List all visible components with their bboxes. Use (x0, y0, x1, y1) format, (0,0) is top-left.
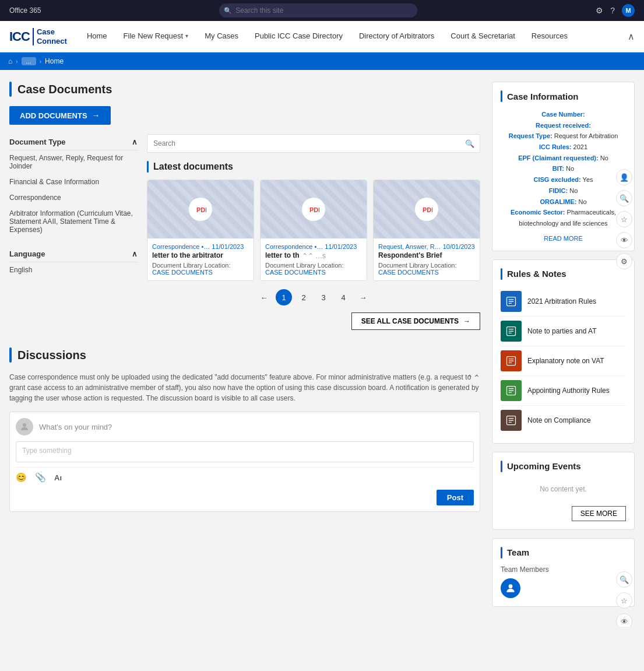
no-events-label: No content yet. (501, 479, 626, 499)
doc-card-loc: Document Library Location:CASE DOCUMENTS (152, 262, 249, 276)
language-filter-header[interactable]: Language ∧ (9, 246, 138, 262)
page-2-button[interactable]: 2 (295, 289, 312, 305)
doc-type-filter-section: Document Type ∧ Request, Answer, Reply, … (9, 134, 138, 238)
rule-item[interactable]: Note to parties and AT (501, 317, 626, 346)
add-documents-button[interactable]: ADD DOCUMENTS → (9, 106, 111, 125)
help-icon[interactable]: ? (610, 6, 615, 15)
see-all-arrow-icon: → (463, 317, 470, 325)
doc-type-collapse-icon: ∧ (132, 138, 138, 146)
doc-card-thumb: PDF (261, 180, 367, 238)
case-documents-section-title: Case Documents (9, 82, 480, 97)
panel-eye-icon[interactable]: 👁 (616, 232, 632, 248)
bc-sep-1: › (16, 58, 17, 65)
cisg-val: Yes (583, 176, 593, 183)
panel-star-icon[interactable]: ☆ (616, 211, 632, 227)
case-info-card: Case Information Case Number: Request re… (492, 82, 635, 251)
attach-icon[interactable]: 📎 (35, 472, 46, 483)
pdf-icon: PDF (189, 198, 212, 221)
nav-court-secretariat[interactable]: Court & Secretariat (442, 21, 523, 52)
read-more-link[interactable]: READ MORE (544, 235, 583, 242)
panel2-star-icon[interactable]: ☆ (616, 592, 632, 609)
latest-docs-title: Latest documents (147, 161, 480, 173)
rule-item[interactable]: 2021 Arbitration Rules (501, 287, 626, 317)
filter-english[interactable]: English (9, 262, 138, 278)
collapse-discussion-icon[interactable]: ⌃⌃ (466, 372, 480, 384)
filter-arbitrator[interactable]: Arbitrator Information (Curriculum Vitae… (9, 206, 138, 238)
panel-gear-icon[interactable]: ⚙ (616, 253, 632, 269)
doc-card: PDF Request, Answer, R… 10/01/2023 Respo… (373, 180, 480, 281)
filter-financial[interactable]: Financial & Case Information (9, 174, 138, 190)
see-all-label: SEE ALL CASE DOCUMENTS (361, 317, 459, 325)
prev-page-button[interactable]: ← (256, 289, 272, 305)
top-search-icon: 🔍 (224, 7, 232, 15)
filter-correspondence[interactable]: Correspondence (9, 190, 138, 206)
language-filter-section: Language ∧ English (9, 246, 138, 278)
top-search-input[interactable] (219, 3, 417, 17)
emoji-icon[interactable]: 😊 (16, 472, 27, 483)
top-search-area: 🔍 (50, 3, 586, 17)
breadcrumb-home-icon[interactable]: ⌂ (8, 57, 12, 65)
gear-icon[interactable]: ⚙ (596, 6, 603, 15)
comment-input[interactable]: Type something (16, 441, 474, 462)
nav-my-cases[interactable]: My Cases (196, 21, 247, 52)
doc-card-thumb: PDF (374, 180, 480, 238)
doc-search-input[interactable] (147, 134, 480, 153)
rule-item[interactable]: Appointing Authority Rules (501, 376, 626, 406)
panel-user-icon[interactable]: 👤 (616, 169, 632, 185)
next-page-button[interactable]: → (355, 289, 371, 305)
bit-label: BIT: (552, 165, 564, 172)
breadcrumb-ellipsis[interactable]: ... (22, 57, 36, 65)
team-member-avatar[interactable] (501, 578, 520, 598)
page-3-button[interactable]: 3 (315, 289, 332, 305)
svg-text:PDF: PDF (423, 206, 432, 213)
nav-arbitrators[interactable]: Directory of Arbitrators (351, 21, 442, 52)
doc-card-type: Correspondence •… 11/01/2023 (265, 243, 362, 250)
icc-rules-val: 2021 (573, 143, 587, 150)
case-info-blue-bar (501, 90, 502, 102)
nav-public-directory[interactable]: Public ICC Case Directory (247, 21, 351, 52)
events-heading: Upcoming Events (507, 461, 581, 471)
rule-thumb-2 (501, 321, 522, 342)
doc-loc-link[interactable]: CASE DOCUMENTS (378, 269, 439, 276)
nav-home[interactable]: Home (79, 21, 115, 52)
rule-name-4: Appointing Authority Rules (527, 387, 610, 395)
rule-item[interactable]: Note on Compliance (501, 406, 626, 435)
see-more-events-button[interactable]: SEE MORE (572, 506, 626, 521)
panel-search-icon[interactable]: 🔍 (616, 190, 632, 206)
page-4-button[interactable]: 4 (335, 289, 351, 305)
format-icon[interactable]: Aı (54, 473, 62, 482)
case-info-heading: Case Information (507, 92, 579, 101)
doc-loc-link[interactable]: CASE DOCUMENTS (152, 269, 213, 276)
nav-bar: ICC Case Connect Home File New Request ▾… (0, 21, 644, 52)
comment-prompt[interactable]: What's on your mind? (39, 423, 112, 431)
post-button[interactable]: Post (437, 490, 474, 505)
see-all-case-docs-button[interactable]: SEE ALL CASE DOCUMENTS → (351, 312, 480, 330)
filter-request[interactable]: Request, Answer, Reply, Request for Join… (9, 150, 138, 174)
cisg-label: CISG excluded: (533, 176, 580, 183)
user-avatar[interactable]: M (622, 4, 635, 17)
bc-sep-2: › (40, 58, 41, 65)
right-panel-wrapper: 👤 🔍 ☆ 👁 ⚙ Case Information Case Number: … (492, 82, 635, 615)
rule-thumb-1 (501, 291, 522, 312)
doc-type-filter-header[interactable]: Document Type ∧ (9, 134, 138, 150)
rule-item[interactable]: Explanatory note on VAT (501, 346, 626, 376)
doc-card-thumb: PDF (147, 180, 254, 238)
page-1-button[interactable]: 1 (276, 289, 292, 305)
svg-point-6 (23, 423, 26, 427)
filter-panel: Document Type ∧ Request, Answer, Reply, … (9, 134, 138, 342)
fidic-label: FIDIC: (549, 187, 568, 194)
doc-search-icon: 🔍 (465, 139, 474, 148)
nav-resources[interactable]: Resources (523, 21, 576, 52)
case-info-fields: Case Number: Request received: Request T… (501, 109, 626, 229)
nav-expand-icon[interactable]: ∧ (628, 31, 635, 42)
comment-toolbar: 😊 📎 Aı (16, 467, 474, 485)
doc-card-loc: Document Library Location:CASE DOCUMENTS (378, 262, 475, 276)
doc-loc-link[interactable]: CASE DOCUMENTS (265, 269, 326, 276)
panel2-search-icon[interactable]: 🔍 (616, 571, 632, 588)
rule-name-3: Explanatory note on VAT (527, 357, 604, 365)
add-docs-arrow-icon: → (92, 111, 100, 120)
panel2-eye-icon[interactable]: 👁 (616, 613, 632, 627)
nav-file-request[interactable]: File New Request ▾ (115, 21, 197, 52)
doc-card-body: Correspondence •… 11/01/2023 letter to t… (261, 238, 367, 280)
doc-card-loc: Document Library Location:CASE DOCUMENTS (265, 262, 362, 276)
